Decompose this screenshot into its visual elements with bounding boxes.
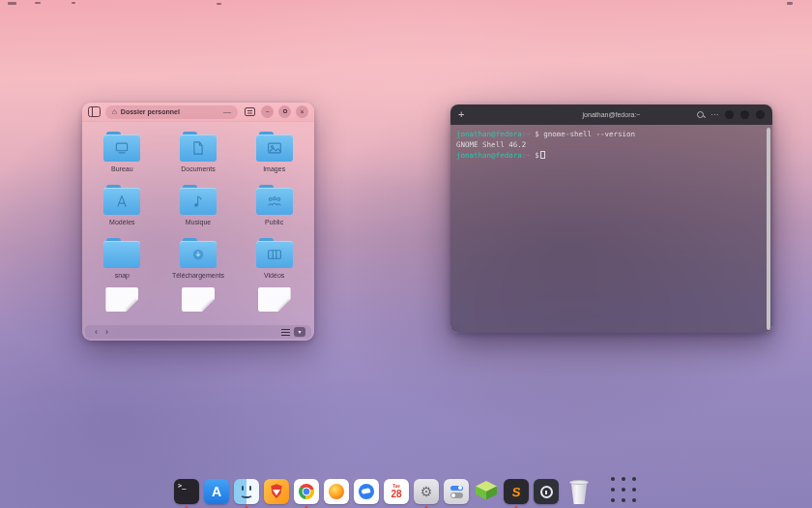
menu-icon[interactable]: ⋯ — [710, 111, 718, 119]
finder-icon — [234, 479, 259, 504]
path-bar-dash: — — [223, 107, 231, 116]
terminal-window: + jonathan@fedora:~ ⋯ jonathan@fedora:~ … — [450, 105, 772, 333]
view-grid-icon[interactable] — [243, 106, 256, 118]
dock-item-1password[interactable] — [534, 479, 559, 504]
toggles-icon — [444, 479, 469, 504]
files-bottom-bar: ‹ › ▾ — [85, 325, 311, 339]
dock-item-boxes[interactable] — [474, 479, 499, 504]
cube-icon — [474, 479, 499, 504]
terminal-cursor — [540, 151, 545, 159]
top-edge-artifact — [72, 2, 75, 4]
back-button[interactable]: ‹ — [91, 328, 102, 337]
folder-public[interactable]: Public — [236, 185, 312, 225]
display-glyph — [114, 141, 130, 155]
top-edge-artifact — [787, 2, 793, 5]
top-edge-artifact — [8, 2, 16, 5]
terminal-scrollbar[interactable] — [767, 128, 770, 330]
gear-icon: ⚙ — [414, 479, 439, 504]
search-icon[interactable] — [697, 111, 704, 118]
loose-file[interactable] — [84, 287, 160, 312]
brave-icon — [264, 479, 289, 504]
files-content: Bureau Documents Images Mo — [82, 122, 314, 341]
dock-item-settings[interactable]: ⚙ — [414, 479, 439, 504]
video-glyph — [266, 249, 282, 261]
folder-videos[interactable]: Vidéos — [236, 238, 312, 279]
terminal-line: jonathan@fedora:~ $ — [456, 150, 763, 161]
thunderbird-icon — [354, 479, 379, 504]
folder-modeles[interactable]: Modèles — [84, 185, 160, 225]
folder-snap[interactable]: snap — [84, 238, 160, 279]
terminal-title-bar[interactable]: + jonathan@fedora:~ ⋯ — [450, 105, 772, 125]
folder-telechargements[interactable]: Téléchargements — [160, 238, 237, 279]
maximize-button[interactable] — [740, 110, 749, 119]
image-glyph — [266, 141, 282, 155]
dock-item-brave[interactable] — [264, 479, 289, 504]
page-fold — [202, 299, 215, 312]
dock-item-firefox[interactable] — [324, 479, 349, 504]
people-glyph — [266, 195, 282, 208]
music-glyph — [191, 194, 205, 209]
download-glyph — [190, 247, 206, 262]
close-button[interactable]: × — [296, 105, 308, 118]
files-window-title: Dossier personnel — [121, 108, 180, 115]
calendar-icon: Tue 28 — [384, 479, 409, 504]
dock-item-finder[interactable] — [234, 479, 259, 504]
home-icon: ⌂ — [112, 108, 117, 116]
dock-item-chrome[interactable] — [294, 479, 319, 504]
dock-item-app-store[interactable]: A — [204, 479, 229, 504]
app-grid-button[interactable] — [609, 475, 638, 504]
new-tab-button[interactable]: + — [458, 109, 464, 120]
folder-bureau[interactable]: Bureau — [84, 132, 160, 172]
dock-item-calendar[interactable]: Tue 28 — [384, 479, 409, 504]
sublime-icon: S — [504, 479, 529, 504]
view-options-dropdown[interactable]: ▾ — [294, 327, 305, 337]
page-fold — [126, 299, 138, 312]
minimize-button[interactable]: − — [261, 105, 274, 118]
dock-item-thunderbird[interactable] — [354, 479, 379, 504]
chrome-icon — [294, 479, 319, 504]
close-button[interactable] — [756, 110, 765, 119]
loose-file[interactable] — [160, 287, 237, 312]
dock: >_ A Tue 28 ⚙ S — [0, 475, 812, 504]
folder-musique[interactable]: Musique — [160, 185, 237, 225]
path-bar[interactable]: ⌂ Dossier personnel — — [105, 105, 238, 119]
terminal-content[interactable]: jonathan@fedora:~ $ gnome-shell --versio… — [450, 125, 772, 333]
firefox-icon — [324, 479, 349, 504]
app-store-icon: A — [204, 479, 229, 504]
minimize-button[interactable] — [725, 110, 734, 119]
forward-button[interactable]: › — [102, 328, 112, 337]
folder-documents[interactable]: Documents — [160, 132, 237, 172]
dock-item-trash[interactable] — [569, 477, 591, 504]
maximize-button[interactable] — [278, 105, 291, 118]
list-view-icon[interactable] — [281, 329, 290, 336]
sidebar-toggle-icon[interactable] — [88, 106, 101, 117]
trash-icon — [569, 480, 589, 504]
terminal-prompt-glyph: >_ — [178, 482, 186, 490]
files-title-bar[interactable]: ⌂ Dossier personnel — − × — [82, 103, 314, 122]
keyhole-ring-icon — [534, 479, 559, 504]
document-glyph — [191, 141, 204, 156]
page-fold — [278, 299, 291, 312]
top-edge-artifact — [35, 2, 41, 4]
loose-file[interactable] — [236, 287, 312, 312]
folder-images[interactable]: Images — [236, 132, 312, 172]
template-glyph — [115, 194, 129, 208]
dock-item-sublime-text[interactable]: S — [504, 479, 529, 504]
top-edge-artifact — [217, 3, 221, 5]
dock-item-terminal[interactable]: >_ — [174, 479, 199, 504]
terminal-line: GNOME Shell 46.2 — [456, 139, 763, 150]
terminal-line: jonathan@fedora:~ $ gnome-shell --versio… — [456, 129, 763, 139]
files-window: ⌂ Dossier personnel — − × Bureau Documen… — [82, 103, 314, 341]
dock-item-tweaks[interactable] — [444, 479, 469, 504]
